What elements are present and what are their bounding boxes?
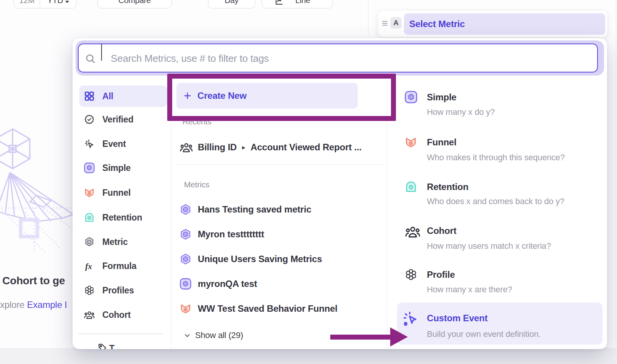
retention-icon bbox=[405, 180, 417, 193]
svg-text:fx: fx bbox=[85, 262, 92, 271]
caret-separator: ▸ bbox=[242, 143, 246, 151]
metric-list-item[interactable]: Myron testttttttt bbox=[180, 226, 386, 243]
recent-item-secondary: Account Viewed Report ... bbox=[250, 142, 362, 153]
type-desc-cohort: How many users match x criteria? bbox=[427, 241, 551, 251]
sidebar-item-verified[interactable]: Verified bbox=[79, 109, 167, 130]
subtext-fragment: xplore bbox=[0, 300, 27, 310]
type-desc-retention: Who does x and comes back to do y? bbox=[427, 196, 564, 207]
date-range-group[interactable]: 12M YTD bbox=[14, 0, 76, 8]
cohort-icon bbox=[180, 142, 193, 153]
empty-state-headline: Cohort to ge bbox=[2, 275, 65, 287]
grid-icon bbox=[84, 91, 95, 101]
search-icon bbox=[85, 53, 96, 64]
section-divider bbox=[176, 164, 386, 165]
retention-icon bbox=[84, 212, 95, 223]
type-option-custom-event[interactable]: Custom Event bbox=[427, 312, 488, 324]
sidebar-divider bbox=[78, 333, 163, 334]
range-12m-button[interactable]: 12M bbox=[14, 0, 40, 5]
metric-a-badge: A bbox=[390, 17, 402, 29]
type-option-retention[interactable]: Retention bbox=[427, 181, 468, 193]
metric-list-item[interactable]: WW Test Saved Behavior Funnel bbox=[180, 300, 386, 317]
empty-state-subtext: xplore Example I bbox=[0, 300, 67, 310]
drag-handle-icon[interactable] bbox=[382, 21, 388, 26]
text-cursor bbox=[101, 44, 102, 61]
metric-hexagon-icon bbox=[180, 229, 191, 240]
simple-icon bbox=[405, 91, 417, 103]
type-option-funnel[interactable]: Funnel bbox=[427, 137, 456, 148]
funnel-icon bbox=[84, 187, 95, 198]
empty-state-illustration bbox=[0, 127, 76, 253]
event-cursor-icon bbox=[84, 139, 95, 149]
column-divider-right bbox=[616, 0, 616, 364]
cohort-icon bbox=[84, 309, 95, 320]
sidebar-item-cohort[interactable]: Cohort bbox=[79, 304, 167, 325]
type-desc-custom-event: Build your own event definition. bbox=[427, 329, 541, 340]
metric-hexagon-icon bbox=[180, 253, 191, 265]
metric-hexagon-icon bbox=[180, 204, 191, 215]
metric-list-item[interactable]: Hans Testing saved metric bbox=[180, 201, 386, 218]
sidebar-item-formula[interactable]: fx Formula bbox=[79, 255, 167, 277]
profiles-icon bbox=[84, 285, 95, 296]
metric-list-item[interactable]: myronQA test bbox=[180, 275, 386, 292]
chevron-down-icon bbox=[184, 332, 191, 339]
annotation-arrow-head bbox=[390, 327, 408, 346]
tag-icon bbox=[97, 343, 107, 349]
custom-event-icon bbox=[402, 310, 419, 327]
search-box[interactable] bbox=[78, 43, 598, 72]
modal-divider-left bbox=[171, 81, 171, 349]
page-footer-band bbox=[0, 348, 617, 364]
select-metric-label: Select Metric bbox=[409, 19, 465, 29]
type-desc-funnel: Who makes it through this sequence? bbox=[427, 152, 565, 163]
example-link[interactable]: Example I bbox=[27, 300, 67, 310]
simple-icon bbox=[180, 278, 191, 290]
recent-item-primary: Billing ID bbox=[198, 142, 237, 153]
sidebar-item-retention[interactable]: Retention bbox=[79, 207, 167, 228]
sidebar-item-metric[interactable]: Metric bbox=[79, 231, 167, 253]
sidebar-item-partial[interactable]: T bbox=[79, 340, 167, 349]
show-all-toggle[interactable]: Show all (29) bbox=[184, 330, 243, 341]
funnel-icon bbox=[180, 303, 191, 314]
search-input[interactable] bbox=[111, 46, 584, 71]
chevron-down-icon bbox=[65, 1, 69, 3]
sidebar-item-event[interactable]: Event bbox=[79, 133, 167, 155]
annotation-highlight-box bbox=[167, 74, 396, 121]
funnel-icon bbox=[405, 136, 417, 148]
sidebar-item-simple[interactable]: Simple bbox=[79, 157, 167, 179]
sidebar-item-profiles[interactable]: Profiles bbox=[79, 280, 167, 301]
chart-type-line-button[interactable]: Line bbox=[262, 0, 333, 8]
type-option-profile[interactable]: Profile bbox=[427, 269, 455, 280]
sidebar-item-all[interactable]: All bbox=[79, 85, 167, 107]
type-desc-profile: How many x are there? bbox=[427, 284, 512, 295]
select-metric-button[interactable]: Select Metric bbox=[404, 13, 605, 35]
sidebar-item-funnel[interactable]: Funnel bbox=[79, 182, 167, 203]
type-option-cohort[interactable]: Cohort bbox=[427, 225, 456, 237]
metric-hexagon-icon bbox=[84, 237, 95, 247]
cohort-icon bbox=[405, 225, 421, 238]
range-ytd-button[interactable]: YTD bbox=[40, 0, 76, 5]
annotation-arrow-shaft bbox=[330, 335, 390, 340]
type-desc-simple: How many x do y? bbox=[427, 107, 495, 118]
recent-item[interactable]: Billing ID ▸ Account Viewed Report ... bbox=[180, 140, 362, 154]
formula-icon: fx bbox=[84, 261, 95, 271]
metric-list-item[interactable]: Unique Users Saving Metrics bbox=[180, 251, 386, 267]
simple-icon bbox=[84, 163, 95, 173]
modal-divider-right bbox=[387, 81, 387, 349]
metrics-header: Metrics bbox=[184, 180, 209, 189]
type-option-simple[interactable]: Simple bbox=[427, 92, 457, 103]
verified-seal-icon bbox=[84, 114, 95, 125]
metric-row-panel: A Select Metric bbox=[378, 10, 608, 37]
profiles-icon bbox=[405, 268, 417, 281]
compare-button[interactable]: Compare bbox=[97, 0, 172, 8]
granularity-day-button[interactable]: Day bbox=[208, 0, 255, 8]
